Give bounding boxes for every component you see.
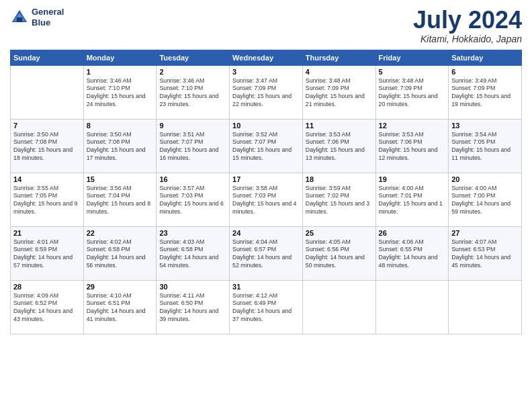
day-number: 29: [87, 283, 154, 291]
day-number: 20: [451, 175, 519, 183]
calendar-header-cell: Saturday: [449, 50, 522, 65]
day-number: 6: [451, 68, 519, 76]
calendar-week-row: 1Sunrise: 3:46 AMSunset: 7:10 PMDaylight…: [11, 65, 522, 119]
day-number: 31: [232, 283, 300, 291]
calendar-day-cell: 20Sunrise: 4:00 AMSunset: 7:00 PMDayligh…: [449, 173, 522, 226]
logo-text: General Blue: [32, 7, 64, 28]
day-number: 12: [379, 122, 446, 130]
calendar-header-cell: Monday: [83, 50, 157, 65]
day-details: Sunrise: 3:58 AMSunset: 7:03 PMDaylight:…: [232, 185, 300, 217]
day-details: Sunrise: 3:53 AMSunset: 7:06 PMDaylight:…: [306, 131, 373, 163]
day-number: 30: [159, 283, 226, 291]
day-details: Sunrise: 3:54 AMSunset: 7:05 PMDaylight:…: [451, 131, 519, 163]
calendar-day-cell: 16Sunrise: 3:57 AMSunset: 7:03 PMDayligh…: [157, 173, 230, 226]
title-block: July 2024 Kitami, Hokkaido, Japan: [413, 7, 522, 44]
day-number: 14: [13, 175, 81, 183]
day-number: 7: [13, 122, 81, 130]
calendar-day-cell: 22Sunrise: 4:02 AMSunset: 6:58 PMDayligh…: [83, 226, 157, 280]
day-details: Sunrise: 3:46 AMSunset: 7:10 PMDaylight:…: [87, 77, 154, 109]
day-details: Sunrise: 3:59 AMSunset: 7:02 PMDaylight:…: [306, 185, 373, 217]
day-details: Sunrise: 4:10 AMSunset: 6:51 PMDaylight:…: [87, 292, 154, 324]
day-number: 5: [379, 68, 446, 76]
calendar-day-cell: 27Sunrise: 4:07 AMSunset: 6:53 PMDayligh…: [449, 226, 522, 280]
calendar-day-cell: [11, 65, 84, 119]
day-number: 15: [87, 175, 154, 183]
header: General Blue July 2024 Kitami, Hokkaido,…: [10, 7, 522, 44]
day-details: Sunrise: 3:52 AMSunset: 7:07 PMDaylight:…: [232, 131, 300, 163]
calendar-day-cell: 19Sunrise: 4:00 AMSunset: 7:01 PMDayligh…: [375, 173, 449, 226]
calendar-day-cell: 17Sunrise: 3:58 AMSunset: 7:03 PMDayligh…: [230, 173, 303, 226]
calendar-day-cell: 28Sunrise: 4:09 AMSunset: 6:52 PMDayligh…: [11, 280, 84, 334]
day-details: Sunrise: 3:51 AMSunset: 7:07 PMDaylight:…: [159, 131, 226, 163]
day-number: 11: [306, 122, 373, 130]
calendar-table: SundayMondayTuesdayWednesdayThursdayFrid…: [10, 50, 522, 334]
day-number: 2: [159, 68, 226, 76]
day-details: Sunrise: 4:00 AMSunset: 7:00 PMDaylight:…: [451, 185, 519, 217]
day-number: 9: [159, 122, 226, 130]
calendar-day-cell: 6Sunrise: 3:49 AMSunset: 7:09 PMDaylight…: [449, 65, 522, 119]
day-details: Sunrise: 3:53 AMSunset: 7:06 PMDaylight:…: [379, 131, 446, 163]
calendar-day-cell: 1Sunrise: 3:46 AMSunset: 7:10 PMDaylight…: [83, 65, 157, 119]
day-details: Sunrise: 4:09 AMSunset: 6:52 PMDaylight:…: [13, 292, 81, 324]
calendar-day-cell: [375, 280, 449, 334]
day-details: Sunrise: 3:50 AMSunset: 7:08 PMDaylight:…: [13, 131, 81, 163]
calendar-header-cell: Friday: [375, 50, 449, 65]
day-number: 23: [159, 229, 226, 237]
day-number: 28: [13, 283, 81, 291]
calendar-day-cell: 10Sunrise: 3:52 AMSunset: 7:07 PMDayligh…: [230, 119, 303, 173]
calendar-day-cell: 7Sunrise: 3:50 AMSunset: 7:08 PMDaylight…: [11, 119, 84, 173]
day-number: 24: [232, 229, 300, 237]
day-details: Sunrise: 3:56 AMSunset: 7:04 PMDaylight:…: [87, 185, 154, 217]
calendar-header-cell: Sunday: [11, 50, 84, 65]
day-details: Sunrise: 3:57 AMSunset: 7:03 PMDaylight:…: [159, 185, 226, 217]
day-details: Sunrise: 4:00 AMSunset: 7:01 PMDaylight:…: [379, 185, 446, 217]
calendar-day-cell: 9Sunrise: 3:51 AMSunset: 7:07 PMDaylight…: [157, 119, 230, 173]
calendar-week-row: 28Sunrise: 4:09 AMSunset: 6:52 PMDayligh…: [11, 280, 522, 334]
calendar-day-cell: 5Sunrise: 3:48 AMSunset: 7:09 PMDaylight…: [375, 65, 449, 119]
calendar-body: 1Sunrise: 3:46 AMSunset: 7:10 PMDaylight…: [11, 65, 522, 334]
calendar-day-cell: 25Sunrise: 4:05 AMSunset: 6:56 PMDayligh…: [302, 226, 375, 280]
svg-rect-2: [17, 17, 22, 22]
day-details: Sunrise: 3:46 AMSunset: 7:10 PMDaylight:…: [159, 77, 226, 109]
logo: General Blue: [10, 7, 64, 28]
day-number: 13: [451, 122, 519, 130]
day-number: 25: [306, 229, 373, 237]
day-details: Sunrise: 4:11 AMSunset: 6:50 PMDaylight:…: [159, 292, 226, 324]
calendar-day-cell: 21Sunrise: 4:01 AMSunset: 6:59 PMDayligh…: [11, 226, 84, 280]
day-number: 1: [87, 68, 154, 76]
day-details: Sunrise: 4:05 AMSunset: 6:56 PMDaylight:…: [306, 238, 373, 271]
day-details: Sunrise: 4:01 AMSunset: 6:59 PMDaylight:…: [13, 238, 81, 271]
calendar-day-cell: 26Sunrise: 4:06 AMSunset: 6:55 PMDayligh…: [375, 226, 449, 280]
day-number: 19: [379, 175, 446, 183]
day-number: 8: [87, 122, 154, 130]
page-container: General Blue July 2024 Kitami, Hokkaido,…: [0, 0, 532, 341]
calendar-day-cell: [302, 280, 375, 334]
logo-icon: [10, 8, 29, 27]
calendar-header-row: SundayMondayTuesdayWednesdayThursdayFrid…: [11, 50, 522, 65]
calendar-day-cell: 13Sunrise: 3:54 AMSunset: 7:05 PMDayligh…: [449, 119, 522, 173]
calendar-day-cell: 3Sunrise: 3:47 AMSunset: 7:09 PMDaylight…: [230, 65, 303, 119]
location: Kitami, Hokkaido, Japan: [413, 34, 522, 44]
day-number: 4: [306, 68, 373, 76]
day-number: 3: [232, 68, 300, 76]
day-number: 16: [159, 175, 226, 183]
calendar-week-row: 21Sunrise: 4:01 AMSunset: 6:59 PMDayligh…: [11, 226, 522, 280]
day-details: Sunrise: 4:03 AMSunset: 6:58 PMDaylight:…: [159, 238, 226, 271]
calendar-header-cell: Tuesday: [157, 50, 230, 65]
day-number: 17: [232, 175, 300, 183]
day-details: Sunrise: 4:04 AMSunset: 6:57 PMDaylight:…: [232, 238, 300, 271]
day-details: Sunrise: 4:12 AMSunset: 6:49 PMDaylight:…: [232, 292, 300, 324]
month-title: July 2024: [413, 7, 522, 34]
calendar-day-cell: 14Sunrise: 3:55 AMSunset: 7:05 PMDayligh…: [11, 173, 84, 226]
day-details: Sunrise: 3:48 AMSunset: 7:09 PMDaylight:…: [306, 77, 373, 109]
day-details: Sunrise: 3:47 AMSunset: 7:09 PMDaylight:…: [232, 77, 300, 109]
calendar-day-cell: 29Sunrise: 4:10 AMSunset: 6:51 PMDayligh…: [83, 280, 157, 334]
day-number: 22: [87, 229, 154, 237]
calendar-day-cell: 31Sunrise: 4:12 AMSunset: 6:49 PMDayligh…: [230, 280, 303, 334]
calendar-day-cell: 15Sunrise: 3:56 AMSunset: 7:04 PMDayligh…: [83, 173, 157, 226]
day-number: 26: [379, 229, 446, 237]
day-details: Sunrise: 4:07 AMSunset: 6:53 PMDaylight:…: [451, 238, 519, 271]
calendar-header-cell: Thursday: [302, 50, 375, 65]
calendar-day-cell: 2Sunrise: 3:46 AMSunset: 7:10 PMDaylight…: [157, 65, 230, 119]
day-number: 18: [306, 175, 373, 183]
